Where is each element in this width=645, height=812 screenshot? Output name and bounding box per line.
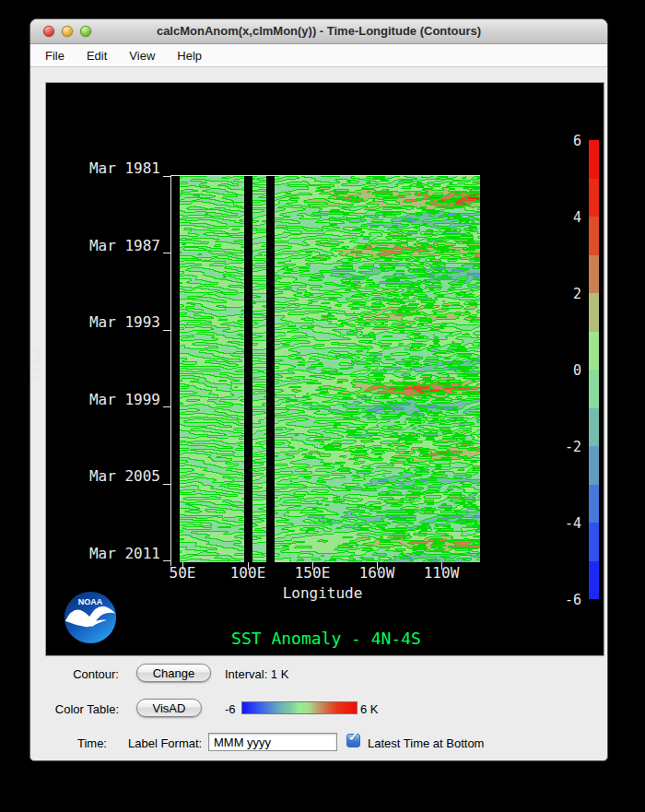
x-axis-title: Longitude bbox=[258, 584, 387, 602]
x-tick-label: 50E bbox=[146, 564, 219, 582]
x-tick-label: 150E bbox=[276, 564, 349, 582]
colorbar-gradient bbox=[589, 140, 599, 599]
visad-button[interactable]: VisAD bbox=[136, 699, 202, 717]
checkmark-icon: ✓ bbox=[348, 731, 358, 743]
latest-time-checkbox-label: Latest Time at Bottom bbox=[368, 736, 484, 750]
colorbar-tick-label: 2 bbox=[545, 286, 581, 302]
color-table-gradient bbox=[241, 701, 358, 714]
y-tick bbox=[163, 406, 170, 407]
y-tick-label: Mar 1981 bbox=[59, 159, 160, 177]
y-tick bbox=[163, 560, 170, 561]
x-tick-label: 100E bbox=[211, 564, 285, 582]
colorbar-tick-label: -4 bbox=[545, 515, 581, 532]
x-tick-label: 160W bbox=[340, 564, 414, 582]
x-tick-label: 110W bbox=[405, 564, 478, 582]
y-tick-label: Mar 2011 bbox=[59, 545, 160, 562]
noaa-logo-icon: NOAA bbox=[64, 591, 117, 644]
y-tick-label: Mar 1993 bbox=[59, 313, 160, 331]
plot-title: SST Anomaly - 4N-4S bbox=[188, 629, 464, 648]
desktop: { "window": { "title": "calcMonAnom(x,cl… bbox=[0, 0, 645, 812]
window-title: calcMonAnom(x,clmMon(y)) - Time-Longitud… bbox=[30, 24, 607, 38]
colorbar-tick-label: 0 bbox=[545, 362, 581, 379]
y-tick bbox=[163, 330, 170, 331]
menu-edit[interactable]: Edit bbox=[87, 49, 107, 63]
menu-bar: File Edit View Help bbox=[30, 44, 607, 67]
svg-text:NOAA: NOAA bbox=[78, 597, 103, 606]
y-tick bbox=[163, 176, 170, 177]
change-button[interactable]: Change bbox=[136, 664, 211, 682]
label-format-label: Label Format: bbox=[128, 736, 202, 750]
gradient-max-label: 6 K bbox=[360, 702, 379, 716]
colorbar-tick-label: 6 bbox=[545, 133, 581, 149]
y-axis-line bbox=[170, 175, 171, 566]
menu-view[interactable]: View bbox=[129, 49, 155, 63]
colorbar-tick-label: -2 bbox=[545, 439, 581, 455]
y-tick-label: Mar 2005 bbox=[59, 467, 160, 485]
y-axis-title: Time bbox=[29, 346, 46, 382]
title-bar[interactable]: calcMonAnom(x,clmMon(y)) - Time-Longitud… bbox=[30, 19, 607, 44]
colorbar-tick-label: 4 bbox=[545, 209, 581, 226]
menu-file[interactable]: File bbox=[45, 49, 64, 63]
display-panel: Mar 1981 Mar 1987 Mar 1993 Mar 1999 Mar … bbox=[45, 82, 604, 656]
time-label: Time: bbox=[65, 736, 107, 750]
y-tick-label: Mar 1999 bbox=[59, 391, 160, 408]
menu-help[interactable]: Help bbox=[177, 49, 202, 63]
label-format-input[interactable] bbox=[208, 733, 337, 751]
gradient-min-label: -6 bbox=[225, 702, 236, 716]
app-window: calcMonAnom(x,clmMon(y)) - Time-Longitud… bbox=[29, 18, 608, 761]
contour-canvas[interactable] bbox=[180, 176, 480, 562]
latest-time-checkbox[interactable]: ✓ bbox=[346, 734, 360, 747]
interval-text: Interval: 1 K bbox=[225, 667, 288, 681]
contour-label: Contour: bbox=[49, 667, 119, 681]
color-table-label: Color Table: bbox=[40, 702, 119, 716]
y-tick-label: Mar 1987 bbox=[59, 237, 160, 254]
window-content: Mar 1981 Mar 1987 Mar 1993 Mar 1999 Mar … bbox=[30, 67, 607, 761]
y-tick bbox=[163, 484, 170, 485]
y-tick bbox=[163, 253, 170, 253]
colorbar-tick-label: -6 bbox=[545, 592, 581, 608]
